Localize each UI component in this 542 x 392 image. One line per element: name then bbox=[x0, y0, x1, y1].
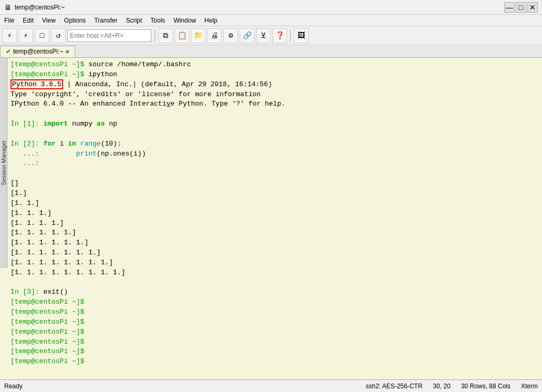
status-right: ssh2: AES-256-CTR 30, 20 30 Rows, 88 Col… bbox=[366, 383, 538, 390]
titlebar: 🖥 temp@centosPi:~ — □ ✕ bbox=[0, 0, 542, 15]
status-position: 30, 20 bbox=[433, 383, 451, 390]
output-9: [1. 1. 1. 1. 1. 1. 1. 1. 1.] bbox=[11, 269, 125, 276]
menu-item-options[interactable]: Options bbox=[60, 16, 90, 25]
output-0: [] bbox=[11, 179, 19, 187]
status-ssh: ssh2: AES-256-CTR bbox=[366, 383, 423, 390]
prompt-line-1: [temp@centosPi ~]$ bbox=[11, 60, 88, 68]
status-dimensions: 30 Rows, 88 Cols bbox=[461, 383, 510, 390]
prompt-line-2: [temp@centosPi ~]$ bbox=[11, 70, 88, 78]
tab-label: temp@centosPi:~ bbox=[13, 48, 63, 55]
output-3: [1. 1. 1.] bbox=[11, 209, 52, 217]
menu-item-tools[interactable]: Tools bbox=[146, 16, 169, 25]
output-7: [1. 1. 1. 1. 1. 1. 1.] bbox=[11, 249, 101, 256]
toolbar-connect-btn[interactable]: ⚡ bbox=[18, 28, 33, 43]
host-input[interactable] bbox=[67, 29, 151, 42]
toolbar-duplicate-btn[interactable]: □ bbox=[35, 28, 49, 43]
ipython-in1: In [1]: bbox=[11, 120, 43, 128]
tab-check-icon: ✔ bbox=[6, 48, 11, 55]
output-5: [1. 1. 1. 1. 1.] bbox=[11, 229, 76, 236]
menu-item-view[interactable]: View bbox=[38, 16, 60, 25]
separator-1 bbox=[155, 29, 155, 42]
toolbar-network-btn[interactable]: 🔗 bbox=[240, 28, 254, 43]
menu-item-edit[interactable]: Edit bbox=[18, 16, 38, 25]
output-6: [1. 1. 1. 1. 1. 1.] bbox=[11, 239, 88, 246]
tab-main[interactable]: ✔ temp@centosPi:~ ✕ bbox=[0, 46, 75, 57]
menu-item-transfer[interactable]: Transfer bbox=[90, 16, 121, 25]
toolbar-help-btn[interactable]: ❓ bbox=[272, 28, 287, 43]
terminal[interactable]: [temp@centosPi ~]$ source /home/temp/.ba… bbox=[7, 58, 542, 379]
toolbar-filter-btn[interactable]: ⊻ bbox=[256, 28, 271, 43]
maximize-button[interactable]: □ bbox=[516, 2, 526, 13]
toolbar-paste-btn[interactable]: 📋 bbox=[175, 28, 189, 43]
prompt-after-4: [temp@centosPi ~]$ bbox=[11, 328, 84, 336]
prompt-after-5: [temp@centosPi ~]$ bbox=[11, 338, 84, 346]
prompt-after-7: [temp@centosPi ~]$ bbox=[11, 357, 84, 365]
ipython-in2: In [2]: bbox=[11, 140, 43, 148]
close-button[interactable]: ✕ bbox=[527, 2, 538, 13]
toolbar-print-btn[interactable]: 🖨 bbox=[207, 28, 222, 43]
prompt-after-3: [temp@centosPi ~]$ bbox=[11, 318, 84, 326]
title-icon: 🖥 bbox=[4, 3, 12, 12]
session-manager-panel: Session Manager bbox=[0, 58, 7, 268]
statusbar: Ready ssh2: AES-256-CTR 30, 20 30 Rows, … bbox=[0, 379, 542, 392]
tab-close-button[interactable]: ✕ bbox=[65, 49, 69, 55]
python-version-badge: Python 3.6.5 bbox=[11, 79, 63, 89]
menu-item-window[interactable]: Window bbox=[169, 16, 200, 25]
terminal-content: [temp@centosPi ~]$ source /home/temp/.ba… bbox=[11, 60, 539, 367]
toolbar-reconnect-btn[interactable]: ↺ bbox=[51, 28, 66, 43]
prompt-after-6: [temp@centosPi ~]$ bbox=[11, 347, 84, 355]
menu-item-file[interactable]: File bbox=[0, 16, 18, 25]
menubar: FileEditViewOptionsTransferScriptToolsWi… bbox=[0, 15, 542, 26]
ipython-in3: In [3]: bbox=[11, 288, 43, 296]
toolbar: ⚡ ⚡ □ ↺ ⧉ 📋 📁 🖨 ⚙ 🔗 ⊻ ❓ 🖼 bbox=[0, 26, 542, 45]
tabbar: ✔ temp@centosPi:~ ✕ bbox=[0, 45, 542, 58]
status-term: Xterm bbox=[521, 383, 538, 390]
toolbar-view-btn[interactable]: 🖼 bbox=[294, 28, 309, 43]
separator-2 bbox=[290, 29, 291, 42]
prompt-after-2: [temp@centosPi ~]$ bbox=[11, 308, 84, 316]
toolbar-new-btn[interactable]: ⚡ bbox=[2, 28, 17, 43]
title-text: temp@centosPi:~ bbox=[15, 4, 65, 11]
toolbar-copy-btn[interactable]: ⧉ bbox=[158, 28, 173, 43]
minimize-button[interactable]: — bbox=[504, 2, 515, 13]
status-ready: Ready bbox=[4, 383, 23, 390]
output-1: [1.] bbox=[11, 189, 27, 197]
menu-item-help[interactable]: Help bbox=[200, 16, 222, 25]
menu-item-script[interactable]: Script bbox=[121, 16, 146, 25]
toolbar-settings-btn[interactable]: ⚙ bbox=[223, 28, 238, 43]
prompt-after-1: [temp@centosPi ~]$ bbox=[11, 298, 84, 306]
output-4: [1. 1. 1. 1.] bbox=[11, 219, 64, 227]
output-8: [1. 1. 1. 1. 1. 1. 1. 1.] bbox=[11, 259, 113, 266]
toolbar-sftp-btn[interactable]: 📁 bbox=[191, 28, 206, 43]
session-manager-label: Session Manager bbox=[1, 140, 7, 185]
window-controls: — □ ✕ bbox=[504, 2, 538, 13]
output-2: [1. 1.] bbox=[11, 199, 39, 207]
